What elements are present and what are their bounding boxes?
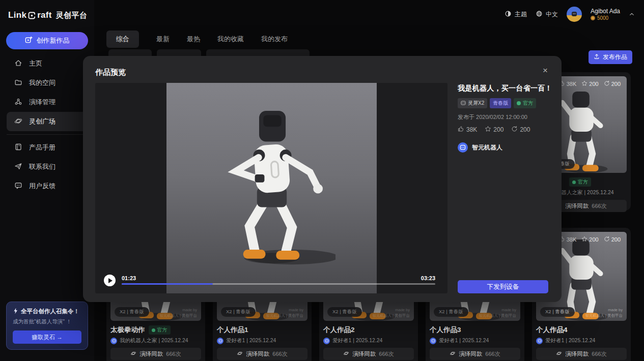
author-avatar bbox=[536, 338, 543, 344]
theme-icon bbox=[505, 10, 512, 19]
paper-plane-icon bbox=[14, 162, 22, 172]
theme-label: 主题 bbox=[515, 10, 527, 19]
star-icon bbox=[485, 126, 491, 134]
model-version-tag: X2 | 青春版 bbox=[115, 307, 149, 317]
official-badge: 官方 bbox=[149, 325, 171, 335]
sidebar-item-label: 主页 bbox=[29, 59, 42, 68]
sidebar-item-my-space[interactable]: 我的空间 bbox=[7, 73, 88, 93]
feedback-icon bbox=[14, 182, 22, 191]
promo-subtitle: 成为首批"机器人导演" ！ bbox=[13, 318, 81, 325]
work-detail-panel: 我是机器人，买一台省一百！ 灵犀X2 青春版 官方 发布于 2020/02/02… bbox=[458, 84, 549, 153]
modal-title: 作品预览 bbox=[95, 68, 126, 77]
card-title: 个人作品2 bbox=[323, 325, 355, 335]
sidebar-item-label: 联系我们 bbox=[29, 162, 55, 171]
shares-stat[interactable]: 200 bbox=[511, 126, 530, 134]
author-and-date: 爱好者1 | 2025.12.24 bbox=[545, 337, 595, 344]
robot-video-image bbox=[208, 99, 335, 274]
upload-icon bbox=[594, 53, 600, 61]
sidebar-item-user-feedback[interactable]: 用户反馈 bbox=[7, 176, 88, 196]
chevron-up-icon[interactable] bbox=[629, 11, 635, 17]
card-title: 太极拳动作 bbox=[110, 325, 145, 335]
earn-gems-button[interactable]: 赚取灵石 → bbox=[13, 330, 81, 344]
share-count: 200 bbox=[611, 236, 621, 243]
sidebar-item-lingchuang-plaza[interactable]: 灵创广场 bbox=[7, 112, 88, 131]
like-count: 38K bbox=[567, 81, 577, 87]
model-version-tag: X2 | 青春版 bbox=[434, 307, 468, 317]
sidebar-item-label: 用户反馈 bbox=[29, 182, 55, 191]
card-title: 个人作品4 bbox=[536, 325, 568, 335]
tab-my-favorites[interactable]: 我的收藏 bbox=[217, 35, 244, 44]
remix-same-style-button[interactable]: 演绎同款 666次 bbox=[323, 348, 414, 360]
likes-stat[interactable]: 38K bbox=[458, 126, 477, 134]
remix-same-style-button[interactable]: 演绎同款 666次 bbox=[217, 348, 307, 360]
author-name: 智元机器人 bbox=[472, 143, 502, 152]
coin-balance: 5000 bbox=[597, 15, 608, 21]
sort-tabs: 综合 最新 最热 我的收藏 我的发布 bbox=[106, 31, 288, 48]
sidebar-item-contact-us[interactable]: 联系我们 bbox=[7, 157, 88, 176]
star-icon bbox=[581, 80, 587, 87]
remix-same-style-button[interactable]: 演绎同款 666次 bbox=[430, 348, 520, 360]
stars-stat[interactable]: 200 bbox=[485, 126, 503, 134]
sidebar: Link raft 灵创平台 创作新作品 主页 我的空间 bbox=[0, 0, 94, 361]
planet-icon bbox=[237, 349, 243, 358]
theme-toggle[interactable]: 主题 bbox=[505, 10, 527, 19]
remix-label: 演绎同款 bbox=[459, 350, 482, 358]
work-title: 我是机器人，买一台省一百！ bbox=[458, 84, 549, 93]
sidebar-item-product-manual[interactable]: 产品手册 bbox=[7, 138, 88, 157]
tab-hottest[interactable]: 最热 bbox=[187, 35, 200, 44]
close-icon[interactable]: × bbox=[543, 66, 548, 75]
made-by-watermark: made by智元机器人 | 灵创平台 bbox=[585, 307, 623, 319]
progress-bar[interactable] bbox=[122, 283, 435, 285]
shares-value: 200 bbox=[520, 126, 530, 133]
official-tag: 官方 bbox=[514, 98, 536, 108]
create-new-work-button[interactable]: 创作新作品 bbox=[6, 32, 88, 49]
user-avatar[interactable] bbox=[567, 7, 582, 22]
edition-tag: 青春版 bbox=[490, 98, 511, 108]
publish-button-label: 发布作品 bbox=[603, 53, 627, 62]
user-name: Agibot Ada bbox=[591, 8, 620, 15]
remix-count: 666次 bbox=[592, 350, 606, 358]
logo-text-right: raft bbox=[37, 10, 52, 20]
language-switcher[interactable]: 中文 bbox=[536, 10, 558, 19]
total-duration: 03:23 bbox=[421, 275, 435, 281]
model-version-tag: X2 | 青春版 bbox=[540, 307, 575, 317]
send-to-device-button[interactable]: 下发到设备 bbox=[458, 280, 548, 293]
work-author-row[interactable]: 智元机器人 bbox=[458, 142, 549, 153]
share-icon bbox=[511, 126, 518, 134]
folder-icon bbox=[14, 78, 22, 88]
likes-value: 38K bbox=[466, 126, 477, 133]
share-icon bbox=[604, 80, 610, 87]
remix-label: 演绎同款 bbox=[246, 350, 269, 358]
coin-icon bbox=[591, 16, 595, 20]
home-icon bbox=[14, 59, 22, 69]
lightning-icon bbox=[13, 308, 18, 315]
model-version-tag: X2 | 青春版 bbox=[221, 307, 256, 317]
robot-face-icon bbox=[461, 101, 466, 106]
official-dot-icon bbox=[517, 101, 521, 105]
planet-icon bbox=[556, 349, 562, 358]
app-window: Link raft 灵创平台 创作新作品 主页 我的空间 bbox=[0, 0, 644, 361]
sidebar-divider bbox=[7, 134, 88, 135]
sidebar-item-performance-management[interactable]: 演绎管理 bbox=[7, 93, 88, 112]
current-time: 01:23 bbox=[122, 275, 136, 281]
stars-value: 200 bbox=[493, 126, 503, 133]
sidebar-item-home[interactable]: 主页 bbox=[7, 54, 88, 73]
progress-fill bbox=[122, 283, 213, 285]
author-and-date: 爱好者1 | 2025.12.24 bbox=[226, 337, 276, 344]
made-by-watermark: made by智元机器人 | 灵创平台 bbox=[479, 307, 516, 319]
remix-same-style-button[interactable]: 演绎同款 666次 bbox=[110, 348, 201, 360]
made-by-watermark: made by智元机器人 | 灵创平台 bbox=[372, 307, 410, 319]
tab-newest[interactable]: 最新 bbox=[156, 35, 170, 44]
remix-count: 666次 bbox=[379, 350, 394, 358]
tab-comprehensive[interactable]: 综合 bbox=[106, 31, 139, 48]
thumbnail-stats: 38K 200 200 bbox=[559, 236, 621, 243]
tab-my-published[interactable]: 我的发布 bbox=[261, 35, 288, 44]
planet-icon bbox=[450, 349, 456, 358]
play-button[interactable] bbox=[104, 275, 116, 286]
video-frame bbox=[166, 83, 377, 293]
remix-same-style-button[interactable]: 演绎同款 666次 bbox=[536, 348, 627, 360]
made-by-watermark: made by智元机器人 | 灵创平台 bbox=[266, 307, 303, 319]
author-avatar bbox=[110, 338, 117, 344]
publish-work-button[interactable]: 发布作品 bbox=[589, 50, 632, 64]
publish-date: 发布于 2020/02/02 12:00:00 bbox=[458, 113, 549, 121]
